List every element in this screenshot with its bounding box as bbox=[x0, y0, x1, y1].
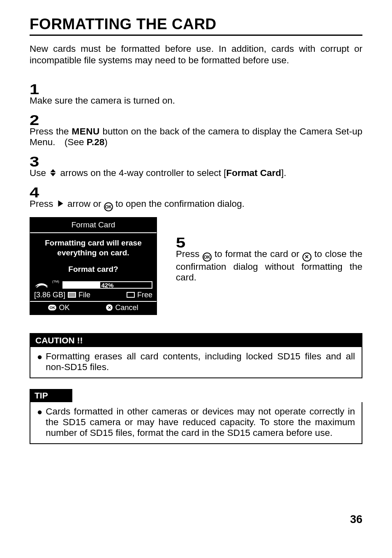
svg-marker-2 bbox=[58, 201, 63, 207]
dialog-line: Formatting card will erase bbox=[34, 238, 152, 248]
dialog-line: everything on card. bbox=[34, 248, 152, 258]
step-text: Press arrow or OK to open the confirmati… bbox=[30, 199, 362, 211]
step-text: Press the MENU button on the back of the… bbox=[30, 126, 362, 148]
step-number: 5 bbox=[176, 235, 185, 250]
caution-box: CAUTION !! ● Formatting erases all card … bbox=[30, 333, 362, 378]
dialog-question: Format card? bbox=[34, 264, 152, 274]
free-swatch bbox=[127, 292, 135, 298]
sd-card-icon bbox=[34, 281, 49, 289]
cancel-button-icon: ✕ bbox=[302, 252, 311, 262]
step-3: 3 Use arrows on the 4-way controller to … bbox=[30, 153, 362, 178]
step-text: Press OK to format the card or ✕ to clos… bbox=[176, 249, 362, 283]
step-text: Make sure the camera is turned on. bbox=[30, 95, 362, 106]
page-number: 36 bbox=[350, 513, 362, 526]
page-ref: P.28 bbox=[87, 137, 104, 147]
step-5: 5 Press OK to format the card or ✕ to cl… bbox=[176, 217, 362, 288]
dialog-footer: OK OK ✕ Cancel bbox=[30, 301, 157, 315]
svg-marker-1 bbox=[51, 173, 56, 176]
step-2: 2 Press the MENU button on the back of t… bbox=[30, 111, 362, 148]
ok-action[interactable]: OK OK bbox=[48, 303, 69, 312]
ok-button-icon: OK bbox=[104, 202, 113, 211]
ok-button-icon: OK bbox=[48, 305, 56, 310]
step-number: 3 bbox=[30, 154, 39, 169]
tip-header: TIP bbox=[30, 389, 72, 402]
file-label: File bbox=[78, 291, 90, 299]
dialog-title: Format Card bbox=[30, 218, 157, 233]
step-number: 2 bbox=[30, 113, 39, 127]
ok-button-icon: OK bbox=[203, 252, 212, 262]
progress-bar: 42% bbox=[62, 281, 152, 289]
tip-text: Cards formatted in other cameras or devi… bbox=[46, 406, 355, 438]
step-number: 4 bbox=[30, 185, 39, 199]
caution-header: CAUTION !! bbox=[30, 334, 362, 347]
tip-box: ● Cards formatted in other cameras or de… bbox=[30, 402, 362, 444]
tm-label: (TM) bbox=[52, 280, 59, 283]
bullet-icon: ● bbox=[37, 406, 42, 438]
menu-button-glyph: MENU bbox=[71, 126, 99, 137]
progress-percent: 42% bbox=[101, 282, 113, 289]
step-1: 1 Make sure the camera is turned on. bbox=[30, 80, 362, 106]
svg-marker-0 bbox=[51, 169, 56, 172]
right-arrow-icon bbox=[56, 199, 65, 208]
file-swatch bbox=[68, 292, 76, 298]
format-card-dialog: Format Card Formatting card will erase e… bbox=[30, 217, 157, 315]
free-label: Free bbox=[137, 291, 152, 299]
intro-text: New cards must be formatted before use. … bbox=[30, 43, 362, 66]
page-root: FORMATTING THE CARD New cards must be fo… bbox=[0, 0, 392, 558]
cancel-button-icon: ✕ bbox=[106, 304, 113, 311]
menu-option: Format Card bbox=[226, 168, 281, 178]
step-text: Use arrows on the 4-way controller to se… bbox=[30, 168, 362, 178]
capacity-row: [3.86 GB] File Free bbox=[30, 289, 157, 301]
capacity-label: [3.86 GB] bbox=[34, 291, 65, 299]
step-number: 1 bbox=[30, 82, 39, 96]
dialog-body: Formatting card will erase everything on… bbox=[30, 233, 157, 278]
cancel-action[interactable]: ✕ Cancel bbox=[106, 303, 138, 312]
caution-text: Formatting erases all card contents, inc… bbox=[46, 351, 355, 373]
step-4: 4 Press arrow or OK to open the confirma… bbox=[30, 183, 362, 211]
up-down-arrows-icon bbox=[48, 168, 58, 177]
bullet-icon: ● bbox=[37, 351, 42, 373]
dialog-and-step5: Format Card Formatting card will erase e… bbox=[30, 217, 362, 315]
progress-row: (TM) 42% bbox=[30, 281, 157, 289]
page-title: FORMATTING THE CARD bbox=[30, 16, 362, 36]
